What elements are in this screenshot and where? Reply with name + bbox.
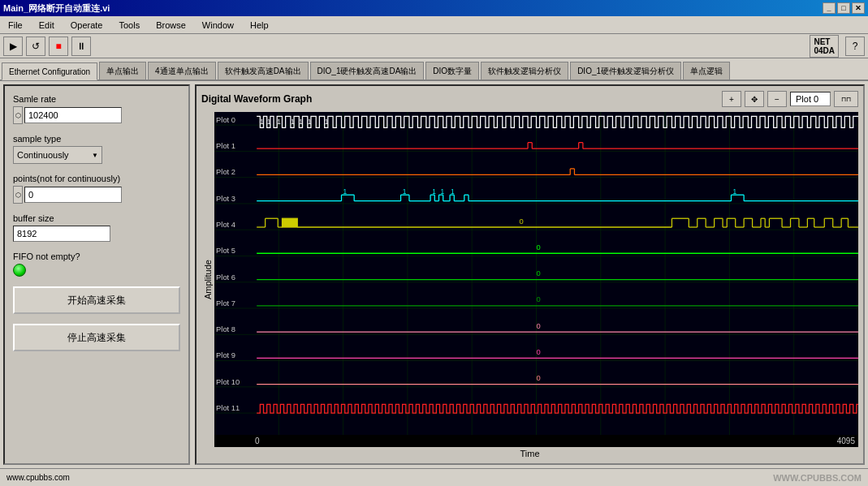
sample-rate-spinner[interactable]: ⬡ xyxy=(13,106,23,124)
tab-4ch-output[interactable]: 4通道单点输出 xyxy=(148,62,216,80)
waveform-controls: + ✥ − Plot 0 ⊓⊓ xyxy=(722,91,858,107)
svg-text:1: 1 xyxy=(733,187,737,196)
sample-type-group: sample type Continuously ▼ xyxy=(13,134,180,164)
svg-text:Plot 10: Plot 10 xyxy=(216,376,240,385)
tab-single-output[interactable]: 单点输出 xyxy=(99,62,146,80)
svg-text:0: 0 xyxy=(520,217,524,226)
menu-bar: File Edit Operate Tools Browse Window He… xyxy=(0,16,868,34)
tab-ethernet[interactable]: Ethernet Configuration xyxy=(2,62,97,80)
sample-rate-group: Samle rate ⬡ xyxy=(13,94,180,124)
wf-zoom-out[interactable]: − xyxy=(767,91,787,107)
tab-dio1-logic[interactable]: DIO_1硬件触发逻辑分析仪 xyxy=(570,62,681,80)
menu-file[interactable]: File xyxy=(3,19,28,32)
svg-text:Plot 4: Plot 4 xyxy=(216,220,236,229)
status-bar: www.cpubbs.com WWW.CPUBBS.COM xyxy=(0,468,868,486)
svg-rect-82 xyxy=(282,218,297,227)
svg-text:1: 1 xyxy=(277,118,281,126)
watermark: WWW.CPUBBS.COM xyxy=(773,473,862,483)
left-panel: Samle rate ⬡ sample type Continuously ▼ … xyxy=(3,84,190,465)
dropdown-arrow-icon: ▼ xyxy=(92,152,98,159)
right-panel: Digital Waveform Graph + ✥ − Plot 0 ⊓⊓ A… xyxy=(195,84,865,465)
x-axis-start: 0 xyxy=(214,437,260,445)
points-input-group: ⬡ xyxy=(13,186,180,204)
tab-dio-digital[interactable]: DIO数字量 xyxy=(425,62,479,80)
points-group: points(not for continuously) ⬡ xyxy=(13,174,180,204)
sample-type-dropdown[interactable]: Continuously ▼ xyxy=(13,146,102,164)
sample-rate-input-group: ⬡ xyxy=(13,106,180,124)
plot-display: Plot 0 xyxy=(790,92,831,106)
svg-text:1: 1 xyxy=(343,187,348,196)
sample-rate-field[interactable] xyxy=(24,107,122,123)
tab-single-logic[interactable]: 单点逻辑 xyxy=(683,62,730,80)
svg-text:1: 1 xyxy=(403,187,407,196)
graph-container: Amplitude xyxy=(201,112,858,447)
title-bar: Main_网络断开自动重连.vi _ □ ✕ xyxy=(0,0,868,16)
menu-browse[interactable]: Browse xyxy=(151,19,191,32)
svg-text:0: 0 xyxy=(537,373,541,382)
svg-text:1: 1 xyxy=(432,187,436,196)
svg-text:Plot 11: Plot 11 xyxy=(216,403,240,412)
window-controls[interactable]: _ □ ✕ xyxy=(823,2,865,14)
wf-plot-icon[interactable]: ⊓⊓ xyxy=(834,91,858,107)
svg-text:Plot 5: Plot 5 xyxy=(216,246,235,255)
svg-text:Plot 8: Plot 8 xyxy=(216,325,235,333)
tab-bar: Ethernet Configuration 单点输出 4通道单点输出 软件触发… xyxy=(0,58,868,81)
svg-text:1: 1 xyxy=(260,118,264,126)
points-field[interactable] xyxy=(24,187,122,203)
status-left: www.cpubbs.com xyxy=(6,473,70,482)
tab-dio1-da[interactable]: DIO_1硬件触发高速DA输出 xyxy=(310,62,425,80)
wf-zoom-in[interactable]: + xyxy=(722,91,741,107)
svg-text:0: 0 xyxy=(537,321,541,330)
plot-selector: Plot 0 ⊓⊓ xyxy=(790,91,858,107)
buffer-size-group: buffer size xyxy=(13,213,180,242)
stop-button[interactable]: 停止高速采集 xyxy=(13,324,180,351)
help-btn[interactable]: ? xyxy=(845,37,865,56)
tab-soft-logic[interactable]: 软件触发逻辑分析仪 xyxy=(481,62,568,80)
svg-text:1: 1 xyxy=(451,187,455,196)
stop-btn[interactable]: ■ xyxy=(49,37,68,56)
svg-text:1: 1 xyxy=(325,118,329,126)
net-label: NET xyxy=(814,37,835,46)
graph-canvas[interactable]: Plot 0 Plot 1 Plot 2 Plot 3 Plot 4 Plot … xyxy=(214,112,858,435)
toolbar: ▶ ↺ ■ ⏸ NET 04DA ? xyxy=(0,34,868,58)
menu-help[interactable]: Help xyxy=(245,19,274,32)
svg-text:1: 1 xyxy=(267,118,271,126)
svg-text:Plot 7: Plot 7 xyxy=(216,299,235,308)
wf-pan[interactable]: ✥ xyxy=(745,91,764,107)
waveform-header: Digital Waveform Graph + ✥ − Plot 0 ⊓⊓ xyxy=(201,91,858,107)
points-spinner[interactable]: ⬡ xyxy=(13,186,23,204)
close-btn[interactable]: ✕ xyxy=(852,2,865,14)
run-btn[interactable]: ▶ xyxy=(3,37,23,56)
window-title: Main_网络断开自动重连.vi xyxy=(3,2,110,15)
svg-text:1: 1 xyxy=(441,187,445,196)
net-badge: NET 04DA xyxy=(810,35,839,58)
sample-type-value: Continuously xyxy=(17,150,69,160)
y-axis-label: Amplitude xyxy=(201,112,214,447)
buffer-size-field[interactable] xyxy=(13,226,110,242)
points-label: points(not for continuously) xyxy=(13,174,180,183)
svg-text:1: 1 xyxy=(308,118,312,126)
start-button[interactable]: 开始高速采集 xyxy=(13,286,180,314)
menu-tools[interactable]: Tools xyxy=(114,19,145,32)
waveform-svg: Plot 0 Plot 1 Plot 2 Plot 3 Plot 4 Plot … xyxy=(214,112,858,435)
menu-operate[interactable]: Operate xyxy=(66,19,108,32)
svg-text:0: 0 xyxy=(537,243,541,252)
run-continuous-btn[interactable]: ↺ xyxy=(26,37,45,56)
fifo-label: FIFO not empty? xyxy=(13,252,180,261)
pause-btn[interactable]: ⏸ xyxy=(71,37,91,56)
svg-text:Plot 0: Plot 0 xyxy=(216,115,235,124)
sample-type-label: sample type xyxy=(13,134,180,144)
svg-text:0: 0 xyxy=(537,269,541,277)
svg-text:Plot 1: Plot 1 xyxy=(216,141,235,150)
minimize-btn[interactable]: _ xyxy=(823,2,836,14)
svg-text:0: 0 xyxy=(537,347,541,356)
menu-edit[interactable]: Edit xyxy=(34,19,59,32)
svg-text:Plot 2: Plot 2 xyxy=(216,167,235,176)
tab-soft-da[interactable]: 软件触发高速DA输出 xyxy=(218,62,309,80)
fifo-led xyxy=(13,264,26,277)
menu-window[interactable]: Window xyxy=(197,19,239,32)
x-axis-title: Time xyxy=(201,449,858,458)
svg-text:1: 1 xyxy=(291,118,295,126)
maximize-btn[interactable]: □ xyxy=(837,2,850,14)
net-value: 04DA xyxy=(814,46,835,55)
